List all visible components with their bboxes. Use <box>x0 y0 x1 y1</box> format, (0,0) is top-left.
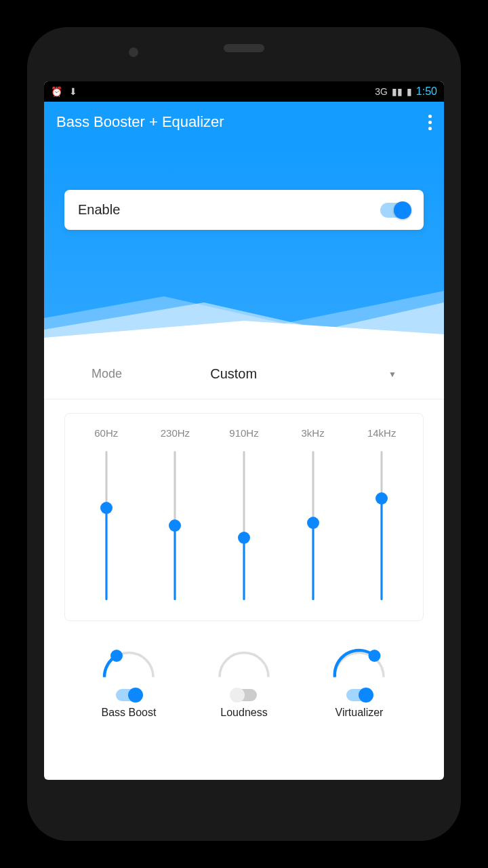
mode-selector[interactable]: Mode Custom ▼ <box>64 359 424 399</box>
eq-band: 230Hz <box>141 427 210 600</box>
eq-band-label: 910Hz <box>229 427 258 439</box>
eq-band-label: 14kHz <box>367 427 396 439</box>
alarm-icon: ⏰ <box>51 86 62 97</box>
status-bar: ⏰ ⬇ 3G ▮▮ ▮ 1:50 <box>44 81 444 102</box>
loudness-toggle[interactable] <box>231 689 257 701</box>
mode-label: Mode <box>92 367 210 381</box>
bass-boost-control: Bass Boost <box>71 642 186 719</box>
knob-row: Bass Boost Loudness <box>64 642 424 719</box>
app-bar: Bass Booster + Equalizer <box>44 102 444 142</box>
network-label: 3G <box>375 86 388 97</box>
bass-boost-toggle[interactable] <box>116 689 142 701</box>
svg-point-1 <box>369 650 381 662</box>
enable-label: Enable <box>78 202 120 218</box>
phone-frame: ⏰ ⬇ 3G ▮▮ ▮ 1:50 Bass Booster + Equalize… <box>27 27 461 841</box>
eq-band-label: 60Hz <box>94 427 118 439</box>
eq-slider[interactable] <box>306 451 320 600</box>
download-icon: ⬇ <box>69 86 77 97</box>
bass-boost-label: Bass Boost <box>102 707 157 719</box>
battery-icon: ▮ <box>407 86 412 97</box>
svg-point-0 <box>110 650 123 662</box>
hero-section: Enable <box>44 142 444 339</box>
mode-value: Custom <box>210 366 388 382</box>
equalizer-panel: 60Hz 230Hz 910Hz 3kHz 14kHz <box>64 413 424 621</box>
camera-dot <box>129 47 138 57</box>
virtualizer-toggle[interactable] <box>346 689 372 701</box>
eq-band: 3kHz <box>279 427 348 600</box>
eq-band: 910Hz <box>209 427 279 600</box>
eq-slider[interactable] <box>237 451 251 600</box>
speaker-grill <box>224 44 264 52</box>
content-area: Mode Custom ▼ 60Hz 230Hz 910Hz 3kHz <box>44 339 444 732</box>
enable-toggle[interactable] <box>380 203 410 218</box>
loudness-control: Loudness <box>186 642 302 719</box>
virtualizer-control: Virtualizer <box>302 642 417 719</box>
eq-band: 14kHz <box>347 427 416 600</box>
loudness-dial[interactable] <box>214 642 274 682</box>
clock: 1:50 <box>416 85 437 98</box>
eq-slider[interactable] <box>168 451 182 600</box>
enable-card: Enable <box>64 190 424 230</box>
divider <box>44 399 444 399</box>
eq-slider[interactable] <box>100 451 113 600</box>
eq-band: 60Hz <box>72 427 141 600</box>
virtualizer-dial[interactable] <box>329 642 390 682</box>
bass-boost-dial[interactable] <box>98 642 159 682</box>
signal-icon: ▮▮ <box>392 86 403 97</box>
eq-band-label: 230Hz <box>161 427 190 439</box>
screen: ⏰ ⬇ 3G ▮▮ ▮ 1:50 Bass Booster + Equalize… <box>44 81 444 780</box>
eq-slider[interactable] <box>375 451 388 600</box>
loudness-label: Loudness <box>220 707 267 719</box>
eq-band-label: 3kHz <box>301 427 324 439</box>
overflow-menu-button[interactable] <box>428 115 432 130</box>
virtualizer-label: Virtualizer <box>336 707 384 719</box>
app-title: Bass Booster + Equalizer <box>56 113 224 131</box>
chevron-down-icon: ▼ <box>388 370 396 379</box>
